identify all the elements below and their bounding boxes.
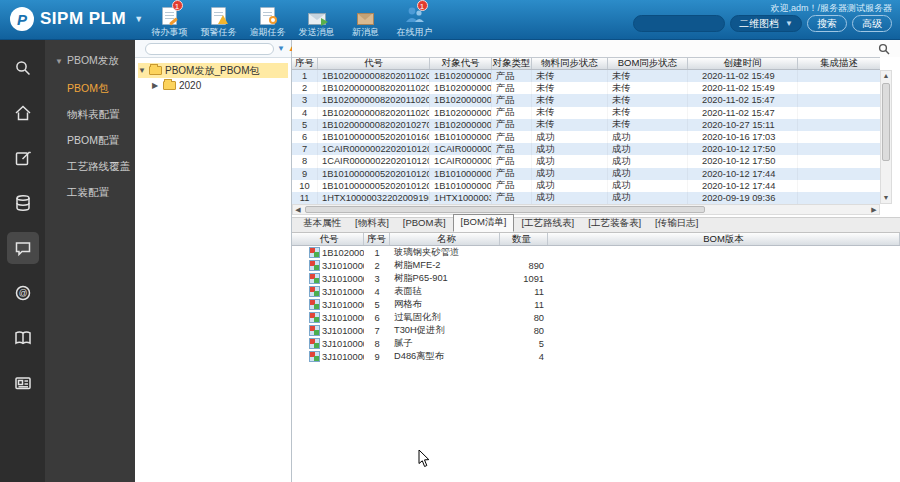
tab[interactable]: 基本属性: [296, 216, 348, 232]
send-message-button[interactable]: 发送消息: [292, 3, 341, 39]
col-object-type[interactable]: 对象类型: [492, 58, 532, 69]
vertical-scrollbar[interactable]: ▲ ▼: [880, 70, 892, 204]
online-users-button[interactable]: 1 在线用户: [390, 3, 439, 39]
detail-row[interactable]: ▼ 3J1010000084 9 D486离型布 4: [292, 350, 900, 363]
global-search: 二维图档 ▼ 搜索 高级: [633, 15, 892, 32]
tab[interactable]: [BOM清单]: [453, 214, 515, 232]
scrollbar-thumb[interactable]: [882, 83, 890, 161]
tree-panel: ▼ ▲ ▼ PBOM发放_PBOM包 ▶ 2020: [135, 40, 292, 482]
overdue-task-button[interactable]: 逾期任务: [243, 3, 292, 39]
header-toolbar: 1 待办事项 预警任务 逾期任务: [145, 3, 439, 39]
col-seq[interactable]: 序号: [292, 58, 318, 69]
detail-row[interactable]: ▼ 3J1010000058 7 T30H促进剂 80: [292, 324, 900, 337]
tree-node-root[interactable]: ▼ PBOM发放_PBOM包: [138, 63, 288, 78]
tree-toolbar: ▼ ▲: [135, 40, 291, 58]
col-created[interactable]: 创建时间: [688, 58, 798, 69]
menu-items: PBOM包物料表配置PBOM配置工艺路线覆盖工装配置: [45, 76, 135, 206]
menu-item[interactable]: 物料表配置: [45, 102, 135, 128]
table-row[interactable]: 6 1B10100000052020101601 1B1010000005 产品…: [292, 131, 880, 143]
search-button[interactable]: 搜索: [807, 15, 847, 32]
tab[interactable]: [工艺装备表]: [581, 216, 648, 232]
detail-row[interactable]: ▼ 3J1010000022 2 树脂MFE-2 890: [292, 259, 900, 272]
rail-idcard-icon[interactable]: [7, 367, 39, 399]
table-row[interactable]: 2 1B10200000082020110203 1B1020000008 产品…: [292, 82, 880, 94]
detail-row[interactable]: ▼ 3J1010000081 8 腻子 5: [292, 337, 900, 350]
online-users-badge: 1: [417, 0, 428, 11]
welcome-text: 欢迎,adm！/服务器测试服务器: [770, 2, 892, 15]
col-code[interactable]: 代号: [292, 233, 364, 245]
scroll-right-icon[interactable]: ▶: [869, 205, 879, 215]
scroll-up-icon[interactable]: ▲: [881, 71, 891, 81]
rail-support-icon[interactable]: @: [7, 277, 39, 309]
alert-task-icon: [207, 3, 231, 25]
tree-filter-input[interactable]: [145, 43, 274, 55]
part-icon: [309, 325, 320, 336]
rail-database-icon[interactable]: [7, 187, 39, 219]
table-row[interactable]: 8 1CAIR00000022020101201 1CAIR0000002 产品…: [292, 155, 880, 167]
col-material-sync[interactable]: 物料同步状态: [532, 58, 608, 69]
col-seq[interactable]: 序号: [364, 233, 390, 245]
logo[interactable]: P SIPM PLM ▼: [10, 7, 143, 31]
col-name[interactable]: 名称: [390, 233, 500, 245]
detail-row[interactable]: ▼ 3J1010000053 4 表面毡 11: [292, 285, 900, 298]
table-row[interactable]: 5 1B10200000082020102701 1B1020000008 产品…: [292, 119, 880, 131]
rail-home-icon[interactable]: [7, 97, 39, 129]
detail-header: 代号 序号 名称 数量 BOM版本: [292, 233, 900, 246]
table-row[interactable]: 9 1B10100000052020101202 1B1010000005 产品…: [292, 168, 880, 180]
part-icon: [309, 247, 320, 258]
detail-row[interactable]: ▼ 3J1010000061 6 过氧固化剂 80: [292, 311, 900, 324]
horizontal-scrollbar[interactable]: ◀ ▶: [292, 204, 880, 215]
triangle-down-icon: ▼: [55, 57, 63, 66]
part-icon: [309, 338, 320, 349]
alert-task-button[interactable]: 预警任务: [194, 3, 243, 39]
scrollbar-thumb[interactable]: [305, 206, 705, 213]
menu-item[interactable]: 工艺路线覆盖: [45, 154, 135, 180]
scroll-down-icon[interactable]: ▼: [881, 193, 891, 203]
col-description[interactable]: 集成描述: [798, 58, 880, 69]
tab[interactable]: [物料表]: [348, 216, 396, 232]
todo-button[interactable]: 1 待办事项: [145, 3, 194, 39]
new-message-button[interactable]: 新消息: [341, 3, 390, 39]
table-row[interactable]: 4 1B10200000082020110201 1B1020000008 产品…: [292, 107, 880, 119]
search-input[interactable]: [633, 15, 725, 32]
col-bom-version[interactable]: BOM版本: [548, 233, 900, 245]
part-icon: [309, 312, 320, 323]
menu-group-pbom-release[interactable]: ▼PBOM发放: [45, 40, 135, 76]
search-category-dropdown[interactable]: 二维图档 ▼: [730, 15, 802, 32]
detail-row[interactable]: ▼ 3J1010000046 5 网格布 11: [292, 298, 900, 311]
part-icon: [309, 260, 320, 271]
main-toolbar: [292, 40, 900, 57]
col-object-code[interactable]: 对象代号: [430, 58, 492, 69]
detail-row[interactable]: ▼ 1B1020000008 1 玻璃钢夹砂管道: [292, 246, 900, 259]
table-row[interactable]: 11 1HTX100000322020091902 1HTX10000032 产…: [292, 192, 880, 204]
col-qty[interactable]: 数量: [500, 233, 548, 245]
rail-search-icon[interactable]: [7, 52, 39, 84]
rail-chat-icon[interactable]: [7, 232, 39, 264]
rail-edit-icon[interactable]: [7, 142, 39, 174]
icon-rail: @: [0, 40, 45, 482]
online-users-icon: 1: [403, 3, 427, 25]
rail-book-icon[interactable]: [7, 322, 39, 354]
detail-row[interactable]: ▼ 3J1010000031 3 树脂P65-901 1091: [292, 272, 900, 285]
scroll-left-icon[interactable]: ◀: [293, 205, 303, 215]
menu-item[interactable]: PBOM配置: [45, 128, 135, 154]
detail-tabs: 基本属性[物料表][PBOM表][BOM清单][工艺路线表][工艺装备表][传输…: [292, 217, 900, 233]
table-row[interactable]: 3 1B10200000082020110202 1B1020000008 产品…: [292, 94, 880, 106]
arrow-down-icon[interactable]: ▼: [277, 44, 285, 54]
col-bom-sync[interactable]: BOM同步状态: [608, 58, 688, 69]
tab[interactable]: [传输日志]: [648, 216, 705, 232]
chevron-down-icon[interactable]: ▼: [134, 14, 143, 24]
menu-item[interactable]: 工装配置: [45, 180, 135, 206]
table-row[interactable]: 1 1B10200000082020110204 1B1020000008 产品…: [292, 70, 880, 82]
search-icon[interactable]: [878, 43, 890, 55]
todo-icon: 1: [158, 3, 182, 25]
tab[interactable]: [工艺路线表]: [514, 216, 581, 232]
tab[interactable]: [PBOM表]: [396, 216, 453, 232]
tree-node-2020[interactable]: ▶ 2020: [138, 78, 288, 93]
table-row[interactable]: 10 1B10100000052020101201 1B1010000005 产…: [292, 180, 880, 192]
table-row[interactable]: 7 1CAIR00000022020101202 1CAIR0000002 产品…: [292, 143, 880, 155]
logo-icon: P: [10, 7, 34, 31]
advanced-search-button[interactable]: 高级: [852, 15, 892, 32]
col-code[interactable]: 代号: [318, 58, 430, 69]
menu-item[interactable]: PBOM包: [45, 76, 135, 102]
